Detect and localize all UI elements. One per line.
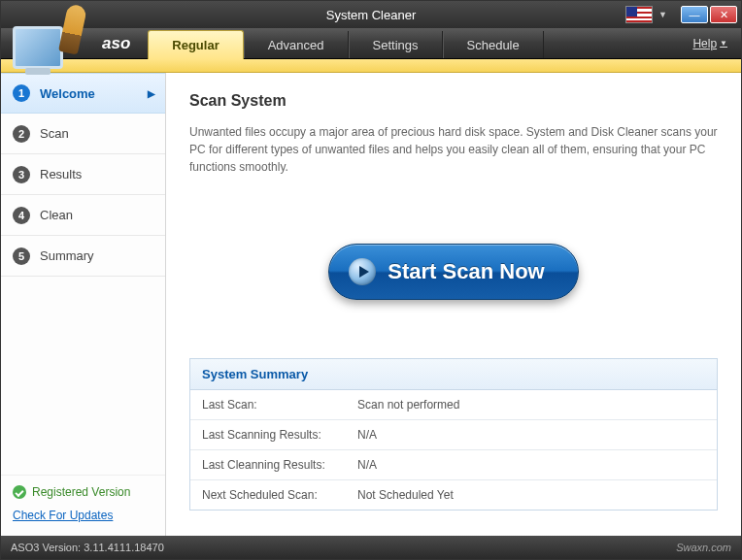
registered-label: Registered Version [32,485,130,499]
close-icon: ✕ [720,9,728,21]
system-summary-panel: System Summary Last Scan: Scan not perfo… [189,358,718,511]
body: 1 Welcome ▶ 2 Scan 3 Results 4 Clean 5 S… [1,73,741,536]
step-label: Summary [40,248,94,263]
sidebar-step-clean[interactable]: 4 Clean [1,195,165,236]
titlebar-controls: ▼ — ✕ [625,6,741,23]
tab-regular[interactable]: Regular [148,30,243,59]
watermark-text: Swaxn.com [676,542,731,553]
minimize-icon: — [690,9,700,20]
summary-value: Scan not performed [357,398,459,412]
sidebar-step-welcome[interactable]: 1 Welcome ▶ [1,73,165,114]
page-description: Unwanted files occupy a major area of pr… [189,123,718,176]
tab-advanced[interactable]: Advanced [244,31,349,58]
summary-label: Last Cleanning Results: [202,458,357,472]
chevron-down-icon: ▼ [658,10,667,19]
window-title: System Cleaner [326,8,416,22]
step-number-icon: 5 [13,247,30,265]
close-button[interactable]: ✕ [710,6,737,23]
step-number-icon: 2 [13,125,30,143]
summary-label: Next Scheduled Scan: [202,488,357,502]
help-link[interactable]: Help ▼ [679,28,741,58]
summary-label: Last Scanning Results: [202,428,357,442]
page-title: Scan System [189,92,718,110]
sidebar-footer: Registered Version Check For Updates [1,475,165,536]
summary-row: Last Cleanning Results: N/A [190,450,717,480]
scan-button-label: Start Scan Now [388,259,544,284]
sidebar: 1 Welcome ▶ 2 Scan 3 Results 4 Clean 5 S… [1,73,166,536]
app-window: System Cleaner ▼ — ✕ aso Regular Advance… [0,0,742,560]
sidebar-step-results[interactable]: 3 Results [1,154,165,195]
check-for-updates-link[interactable]: Check For Updates [13,509,153,522]
summary-row: Last Scanning Results: N/A [190,420,717,450]
help-label: Help [692,37,717,50]
version-text: ASO3 Version: 3.11.4111.18470 [11,542,164,553]
check-circle-icon [13,485,26,499]
statusbar: ASO3 Version: 3.11.4111.18470 Swaxn.com [1,536,741,559]
step-number-icon: 3 [13,166,30,183]
summary-value: N/A [357,428,377,442]
step-label: Scan [40,126,69,141]
step-label: Results [40,167,82,181]
summary-value: Not Scheduled Yet [357,488,454,502]
start-scan-button[interactable]: Start Scan Now [328,244,578,300]
app-logo [1,28,98,58]
tab-strip: Regular Advanced Settings Schedule [148,28,543,58]
step-label: Clean [40,208,73,222]
menubar: aso Regular Advanced Settings Schedule H… [1,28,741,59]
step-number-icon: 4 [13,207,30,224]
summary-row: Last Scan: Scan not performed [190,390,717,420]
summary-value: N/A [357,458,377,472]
chevron-down-icon: ▼ [720,39,727,48]
step-number-icon: 1 [13,84,30,102]
summary-label: Last Scan: [202,398,357,412]
language-flag-button[interactable] [625,6,653,23]
ribbon-accent [1,59,741,73]
play-icon [349,258,376,285]
registered-version: Registered Version [13,485,153,499]
chevron-right-icon: ▶ [148,88,155,99]
main-content: Scan System Unwanted files occupy a majo… [166,73,741,536]
brand-text: aso [98,28,148,58]
summary-heading: System Summary [190,359,717,390]
step-label: Welcome [40,86,95,101]
sidebar-step-scan[interactable]: 2 Scan [1,114,165,154]
titlebar: System Cleaner ▼ — ✕ [1,1,741,28]
minimize-button[interactable]: — [681,6,708,23]
tab-settings[interactable]: Settings [349,31,443,58]
sidebar-step-summary[interactable]: 5 Summary [1,236,165,277]
logo-icon [13,11,88,69]
summary-row: Next Scheduled Scan: Not Scheduled Yet [190,480,717,510]
scan-button-container: Start Scan Now [189,244,718,300]
tab-schedule[interactable]: Schedule [443,31,544,58]
